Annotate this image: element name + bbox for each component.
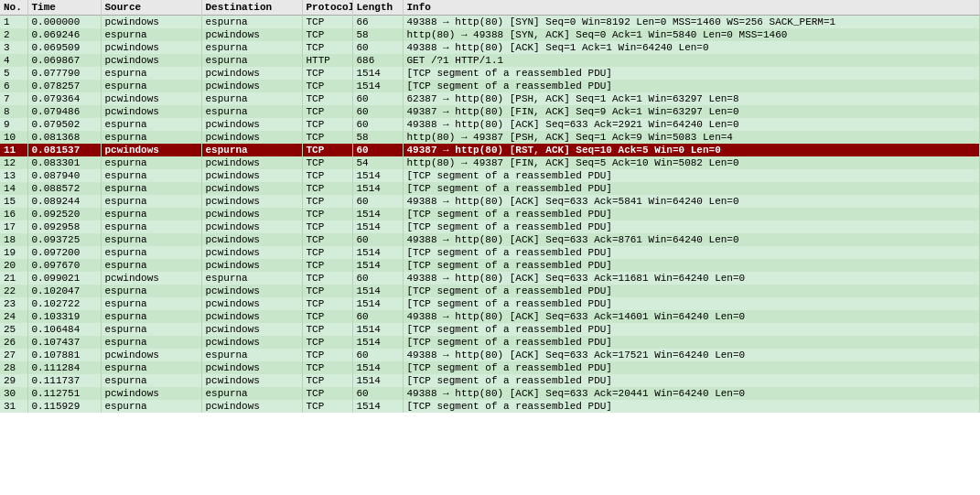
table-row[interactable]: 210.099021pcwindowsespurnaTCP6049388 → h… — [0, 272, 980, 285]
cell-dest: espurna — [201, 16, 302, 29]
table-row[interactable]: 230.102722espurnapcwindowsTCP1514[TCP se… — [0, 297, 980, 310]
header-info: Info — [403, 0, 980, 16]
table-row[interactable]: 80.079486pcwindowsespurnaTCP6049387 → ht… — [0, 105, 980, 118]
cell-no: 30 — [0, 387, 27, 400]
cell-source: pcwindows — [101, 349, 201, 361]
table-row[interactable]: 260.107437espurnapcwindowsTCP1514[TCP se… — [0, 336, 980, 349]
cell-proto: TCP — [302, 105, 352, 118]
cell-dest: espurna — [201, 387, 302, 400]
cell-time: 0.107437 — [27, 336, 101, 349]
cell-no: 1 — [0, 16, 27, 29]
table-row[interactable]: 150.089244espurnapcwindowsTCP6049388 → h… — [0, 195, 980, 208]
cell-no: 7 — [0, 92, 27, 105]
cell-info: [TCP segment of a reassembled PDU] — [403, 361, 980, 374]
cell-time: 0.111737 — [27, 374, 101, 387]
header-destination: Destination — [201, 0, 302, 16]
cell-proto: TCP — [302, 144, 352, 156]
cell-info: 49387 → http(80) [RST, ACK] Seq=10 Ack=5… — [403, 144, 980, 156]
table-row[interactable]: 270.107881pcwindowsespurnaTCP6049388 → h… — [0, 349, 980, 361]
cell-no: 27 — [0, 349, 27, 361]
table-row[interactable]: 90.079502espurnapcwindowsTCP6049388 → ht… — [0, 118, 980, 131]
cell-length: 60 — [352, 195, 403, 208]
table-row[interactable]: 40.069867pcwindowsespurnaHTTP686GET /?1 … — [0, 54, 980, 67]
table-row[interactable]: 20.069246espurnapcwindowsTCP58http(80) →… — [0, 28, 980, 41]
cell-time: 0.093725 — [27, 233, 101, 246]
table-row[interactable]: 250.106484espurnapcwindowsTCP1514[TCP se… — [0, 323, 980, 336]
cell-proto: TCP — [302, 67, 352, 80]
cell-dest: pcwindows — [201, 28, 302, 41]
table-row[interactable]: 10.000000pcwindowsespurnaTCP6649388 → ht… — [0, 16, 980, 29]
cell-proto: TCP — [302, 297, 352, 310]
cell-info: [TCP segment of a reassembled PDU] — [403, 80, 980, 92]
cell-info: 49387 → http(80) [FIN, ACK] Seq=9 Ack=1 … — [403, 105, 980, 118]
cell-length: 60 — [352, 144, 403, 156]
table-row[interactable]: 70.079364pcwindowsespurnaTCP6062387 → ht… — [0, 92, 980, 105]
cell-time: 0.103319 — [27, 310, 101, 323]
cell-info: [TCP segment of a reassembled PDU] — [403, 285, 980, 297]
cell-dest: pcwindows — [201, 156, 302, 169]
cell-source: pcwindows — [101, 92, 201, 105]
table-row[interactable]: 190.097200espurnapcwindowsTCP1514[TCP se… — [0, 246, 980, 259]
cell-time: 0.106484 — [27, 323, 101, 336]
table-row[interactable]: 220.102047espurnapcwindowsTCP1514[TCP se… — [0, 285, 980, 297]
table-row[interactable]: 120.083301espurnapcwindowsTCP54http(80) … — [0, 156, 980, 169]
cell-length: 1514 — [352, 374, 403, 387]
cell-time: 0.083301 — [27, 156, 101, 169]
table-row[interactable]: 60.078257espurnapcwindowsTCP1514[TCP seg… — [0, 80, 980, 92]
cell-no: 19 — [0, 246, 27, 259]
cell-source: espurna — [101, 285, 201, 297]
cell-dest: pcwindows — [201, 310, 302, 323]
cell-dest: pcwindows — [201, 80, 302, 92]
cell-time: 0.099021 — [27, 272, 101, 285]
cell-info: GET /?1 HTTP/1.1 — [403, 54, 980, 67]
table-row[interactable]: 30.069509pcwindowsespurnaTCP6049388 → ht… — [0, 41, 980, 54]
table-row[interactable]: 100.081368espurnapcwindowsTCP58http(80) … — [0, 131, 980, 144]
cell-info: 49388 → http(80) [ACK] Seq=633 Ack=14601… — [403, 310, 980, 323]
cell-proto: TCP — [302, 246, 352, 259]
cell-length: 1514 — [352, 285, 403, 297]
cell-time: 0.069246 — [27, 28, 101, 41]
table-row[interactable]: 280.111284espurnapcwindowsTCP1514[TCP se… — [0, 361, 980, 374]
table-row[interactable]: 290.111737espurnapcwindowsTCP1514[TCP se… — [0, 374, 980, 387]
cell-info: [TCP segment of a reassembled PDU] — [403, 374, 980, 387]
table-row[interactable]: 180.093725espurnapcwindowsTCP6049388 → h… — [0, 233, 980, 246]
cell-source: pcwindows — [101, 41, 201, 54]
cell-time: 0.092958 — [27, 221, 101, 233]
header-time: Time — [27, 0, 101, 16]
table-row[interactable]: 200.097670espurnapcwindowsTCP1514[TCP se… — [0, 259, 980, 272]
table-row[interactable]: 140.088572espurnapcwindowsTCP1514[TCP se… — [0, 182, 980, 195]
cell-info: [TCP segment of a reassembled PDU] — [403, 259, 980, 272]
cell-time: 0.102047 — [27, 285, 101, 297]
cell-info: 49388 → http(80) [ACK] Seq=633 Ack=17521… — [403, 349, 980, 361]
cell-source: espurna — [101, 169, 201, 182]
cell-dest: pcwindows — [201, 118, 302, 131]
cell-info: 49388 → http(80) [SYN] Seq=0 Win=8192 Le… — [403, 16, 980, 29]
cell-length: 1514 — [352, 208, 403, 221]
table-row[interactable]: 160.092520espurnapcwindowsTCP1514[TCP se… — [0, 208, 980, 221]
cell-time: 0.081368 — [27, 131, 101, 144]
cell-info: 49388 → http(80) [ACK] Seq=633 Ack=2921 … — [403, 118, 980, 131]
table-row[interactable]: 110.081537pcwindowsespurnaTCP6049387 → h… — [0, 144, 980, 156]
cell-length: 58 — [352, 28, 403, 41]
cell-length: 1514 — [352, 297, 403, 310]
cell-length: 1514 — [352, 323, 403, 336]
cell-info: [TCP segment of a reassembled PDU] — [403, 208, 980, 221]
cell-no: 10 — [0, 131, 27, 144]
table-row[interactable]: 310.115929espurnapcwindowsTCP1514[TCP se… — [0, 400, 980, 413]
cell-no: 8 — [0, 105, 27, 118]
cell-length: 1514 — [352, 221, 403, 233]
cell-proto: HTTP — [302, 54, 352, 67]
cell-no: 18 — [0, 233, 27, 246]
cell-proto: TCP — [302, 156, 352, 169]
table-row[interactable]: 130.087940espurnapcwindowsTCP1514[TCP se… — [0, 169, 980, 182]
cell-source: espurna — [101, 297, 201, 310]
cell-source: espurna — [101, 195, 201, 208]
table-row[interactable]: 50.077790espurnapcwindowsTCP1514[TCP seg… — [0, 67, 980, 80]
cell-length: 60 — [352, 92, 403, 105]
table-row[interactable]: 170.092958espurnapcwindowsTCP1514[TCP se… — [0, 221, 980, 233]
cell-proto: TCP — [302, 92, 352, 105]
cell-time: 0.112751 — [27, 387, 101, 400]
header-source: Source — [101, 0, 201, 16]
table-row[interactable]: 300.112751pcwindowsespurnaTCP6049388 → h… — [0, 387, 980, 400]
table-row[interactable]: 240.103319espurnapcwindowsTCP6049388 → h… — [0, 310, 980, 323]
